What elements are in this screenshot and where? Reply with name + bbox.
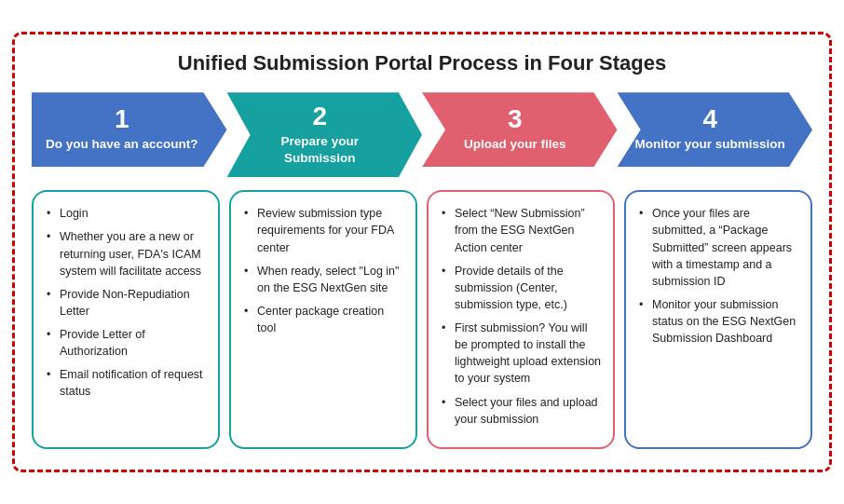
stage-header-2: 2Prepare your Submission: [227, 92, 423, 177]
stages-arrow-row: 1Do you have an account?2Prepare your Su…: [32, 92, 812, 177]
list-item: Select “New Submission” from the ESG Nex…: [442, 205, 602, 255]
list-item: Review submission type requirements for …: [244, 205, 404, 255]
main-container: Unified Submission Portal Process in Fou…: [12, 32, 832, 472]
content-box-3: Select “New Submission” from the ESG Nex…: [427, 190, 615, 449]
stage-label-2: Prepare your Submission: [244, 133, 397, 166]
stage-label-1: Do you have an account?: [46, 136, 198, 153]
stage-number-4: 4: [702, 106, 717, 132]
list-item: Monitor your submission status on the ES…: [639, 296, 799, 347]
arrow-shape-1: 1Do you have an account?: [32, 92, 227, 167]
stage-header-4: 4Monitor your submission: [618, 92, 813, 177]
list-item: First submission? You will be prompted t…: [442, 320, 602, 388]
list-item: Provide Non-Repudiation Letter: [47, 286, 207, 320]
list-item: Whether you are a new or returning user,…: [47, 228, 207, 279]
arrow-shape-2: 2Prepare your Submission: [227, 92, 423, 177]
list-item: Once your files are submitted, a “Packag…: [639, 205, 799, 290]
stage-number-2: 2: [312, 103, 327, 129]
content-box-4: Once your files are submitted, a “Packag…: [624, 190, 812, 449]
stage-number-3: 3: [508, 106, 523, 132]
list-item: When ready, select "Log in" on the ESG N…: [244, 263, 404, 296]
content-box-2: Review submission type requirements for …: [229, 190, 417, 449]
list-item: Provide details of the submission (Cente…: [442, 263, 602, 313]
arrow-shape-4: 4Monitor your submission: [618, 92, 813, 167]
list-item: Select your files and upload your submis…: [442, 394, 602, 428]
content-box-1: LoginWhether you are a new or returning …: [32, 190, 220, 449]
stage-label-3: Upload your files: [464, 136, 566, 153]
stage-header-1: 1Do you have an account?: [32, 92, 227, 177]
list-item: Email notification of request status: [47, 366, 207, 400]
stage-header-3: 3Upload your files: [422, 92, 618, 177]
list-item: Center package creation tool: [244, 303, 404, 336]
list-item: Login: [47, 205, 207, 222]
stage-number-1: 1: [115, 106, 129, 132]
stage-label-4: Monitor your submission: [635, 136, 785, 153]
content-boxes-row: LoginWhether you are a new or returning …: [32, 190, 812, 449]
page-title: Unified Submission Portal Process in Fou…: [32, 51, 812, 75]
list-item: Provide Letter of Authorization: [47, 326, 207, 360]
arrow-shape-3: 3Upload your files: [422, 92, 618, 167]
